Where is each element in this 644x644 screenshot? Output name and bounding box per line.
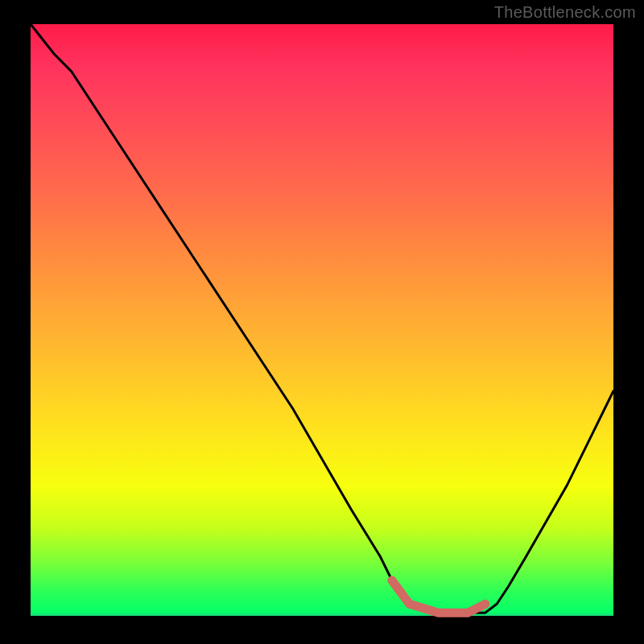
- watermark-text: TheBottleneck.com: [494, 3, 636, 22]
- chart-frame: TheBottleneck.com: [0, 0, 644, 644]
- curve-layer: [31, 24, 613, 616]
- trough-highlight: [392, 580, 485, 613]
- main-curve: [31, 24, 613, 613]
